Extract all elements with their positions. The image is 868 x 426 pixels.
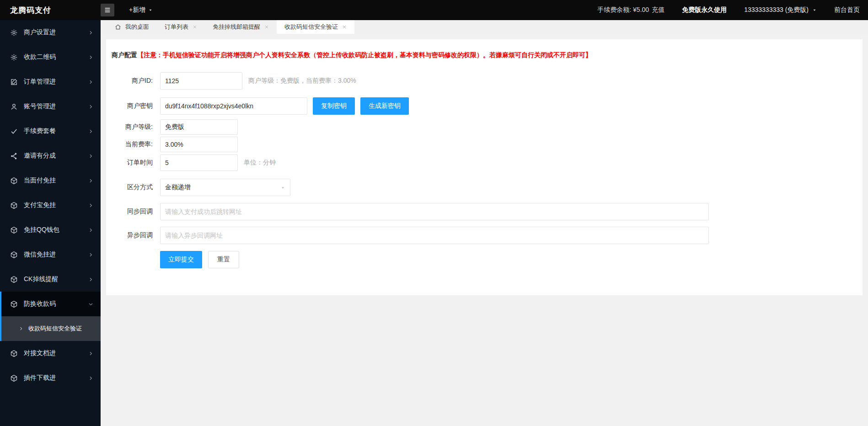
close-icon[interactable] [193,25,197,29]
tab-0[interactable]: 我的桌面 [107,20,157,34]
async-callback-row: 异步回调 [106,227,863,244]
sync-callback-row: 同步回调 [106,203,863,220]
caret-down-icon [812,8,817,12]
cube-icon [10,202,18,209]
sidebar-item-11[interactable]: 防换收款码 [0,292,101,316]
chevron-right-icon [88,351,93,356]
notice-prefix: 商户配置 [112,51,137,59]
config-notice: 商户配置【注意：手机短信验证功能开启将增强商户个人资料安全系数（管控上传收款码防… [106,39,863,59]
sidebar-item-label: CK掉线提醒 [24,275,88,283]
tab-bar: 我的桌面 订单列表 免挂掉线邮箱提醒 收款码短信安全验证 [101,20,868,34]
notice-warning: 【注意：手机短信验证功能开启将增强商户个人资料安全系数（管控上传收款码防止被盗刷… [137,51,592,59]
sidebar-item-6[interactable]: 当面付免挂 [0,168,101,193]
front-home-link[interactable]: 前台首页 [834,6,860,14]
distinguish-mode-select[interactable]: 金额递增 [160,179,290,196]
account-dropdown[interactable]: 13333333333 (免费版) [744,6,817,14]
topbar: 龙腾码支付 +新增 手续费余额: ¥5.00 充值 免费版永久使用 133333… [0,0,868,20]
add-new-dropdown[interactable]: +新增 [129,6,153,14]
gear-icon [10,53,18,61]
chevron-right-icon [88,376,93,381]
close-icon[interactable] [342,25,347,29]
sidebar-item-7[interactable]: 支付宝免挂 [0,193,101,218]
generate-key-button[interactable]: 生成新密钥 [360,97,409,115]
tab-label: 免挂掉线邮箱提醒 [213,23,260,31]
merchant-id-row: 商户ID: 商户等级：免费版，当前费率：3.00% [106,72,863,90]
merchant-level-input[interactable] [160,119,238,135]
sidebar-item-0[interactable]: 商户设置进 [0,20,101,45]
sidebar-subitem[interactable]: 收款码短信安全验证 [0,316,101,341]
caret-down-icon [148,8,153,12]
sidebar-item-3[interactable]: 账号管理进 [0,94,101,119]
sidebar-item-label: 防换收款码 [24,300,88,308]
cube-icon [10,226,18,234]
order-time-unit: 单位：分钟 [244,159,276,167]
sidebar-item-8[interactable]: 免挂QQ钱包 [0,218,101,242]
cube-icon [10,300,18,308]
merchant-level-label: 商户等级: [112,123,153,131]
sidebar-item-label: 微信免挂进 [24,250,88,259]
menu-icon [104,6,111,14]
sidebar-item-2[interactable]: 订单管理进 [0,69,101,94]
cube-icon [10,251,18,259]
sidebar-item-5[interactable]: 邀请有分成 [0,144,101,168]
sidebar: 商户设置进 收款二维码 订单管理进 账号管理进 手续费套餐 邀请有分成 当面付免… [0,20,101,426]
async-callback-input[interactable] [160,227,709,244]
sidebar-item-12[interactable]: 对接文档进 [0,341,101,366]
menu-toggle-button[interactable] [101,4,114,16]
cube-icon [10,177,18,185]
tab-2[interactable]: 免挂掉线邮箱提醒 [205,20,277,34]
copy-key-button[interactable]: 复制密钥 [313,97,355,115]
chevron-right-icon [88,104,93,109]
plan-badge[interactable]: 免费版永久使用 [682,6,727,14]
merchant-key-input[interactable] [160,97,307,115]
share-icon [10,152,18,160]
sidebar-item-label: 对接文档进 [24,349,88,357]
account-label: 13333333333 (免费版) [744,6,809,14]
home-icon [115,24,121,30]
sidebar-item-label: 当面付免挂 [24,176,88,185]
add-new-label: +新增 [129,6,145,14]
sidebar-item-13[interactable]: 插件下载进 [0,366,101,390]
sidebar-item-label: 商户设置进 [24,28,88,37]
select-caret-icon [280,185,285,190]
submit-button[interactable]: 立即提交 [160,251,202,268]
tab-1[interactable]: 订单列表 [157,20,205,34]
chevron-right-icon [88,178,93,183]
topbar-right: 手续费余额: ¥5.00 充值 免费版永久使用 13333333333 (免费版… [597,6,868,14]
reset-button[interactable]: 重置 [208,251,239,268]
sidebar-item-10[interactable]: CK掉线提醒 [0,267,101,292]
sidebar-item-label: 收款二维码 [24,53,88,61]
merchant-id-input[interactable] [160,72,242,90]
merchant-id-label: 商户ID: [112,77,153,85]
order-time-label: 订单时间 [112,159,153,167]
close-icon[interactable] [264,25,269,29]
current-rate-label: 当前费率: [112,140,153,149]
distinguish-mode-row: 区分方式 金额递增 [106,179,863,196]
current-rate-input[interactable] [160,137,238,152]
check-icon [10,128,18,135]
tab-3[interactable]: 收款码短信安全验证 [277,20,354,34]
fee-balance: 手续费余额: ¥5.00 充值 [597,6,664,14]
merchant-config-form: 商户ID: 商户等级：免费版，当前费率：3.00% 商户密钥 复制密钥 生成新密… [106,72,863,268]
cube-icon [10,374,18,382]
sidebar-item-1[interactable]: 收款二维码 [0,45,101,69]
cube-icon [10,350,18,357]
sidebar-item-label: 邀请有分成 [24,152,88,160]
sidebar-menu: 商户设置进 收款二维码 订单管理进 账号管理进 手续费套餐 邀请有分成 当面付免… [0,20,101,390]
chevron-right-icon [88,228,93,233]
main-content: 商户配置【注意：手机短信验证功能开启将增强商户个人资料安全系数（管控上传收款码防… [101,34,868,426]
order-time-input[interactable] [160,154,238,171]
distinguish-mode-value: 金额递增 [165,183,191,192]
edit-icon [10,78,18,86]
sidebar-subitem-label: 收款码短信安全验证 [28,325,82,333]
sync-callback-input[interactable] [160,203,709,220]
fee-balance-label: 手续费余额: ¥5.00 [597,6,649,14]
current-rate-row: 当前费率: [106,137,863,152]
form-card: 商户配置【注意：手机短信验证功能开启将增强商户个人资料安全系数（管控上传收款码防… [106,39,863,295]
sidebar-item-4[interactable]: 手续费套餐 [0,119,101,144]
form-actions-row: 立即提交 重置 [106,251,863,268]
recharge-link[interactable]: 充值 [652,6,664,14]
sidebar-item-label: 手续费套餐 [24,127,88,135]
sidebar-item-9[interactable]: 微信免挂进 [0,242,101,267]
tab-label: 我的桌面 [125,23,149,31]
